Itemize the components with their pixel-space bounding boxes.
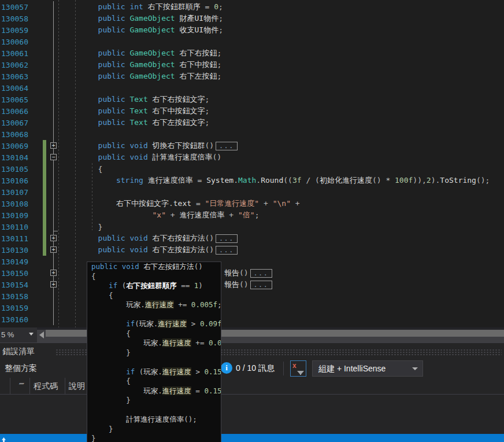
- outlining-margin: [49, 71, 59, 82]
- code-token: GameObject: [129, 14, 175, 23]
- change-tracking-bar: [43, 117, 46, 128]
- code-line-text[interactable]: public GameObject 右下中按鈕;: [59, 60, 221, 70]
- code-line-text[interactable]: public void 右下左按鈕方法()...: [59, 245, 238, 255]
- code-token: (): [205, 245, 214, 254]
- code-token: .: [158, 367, 162, 376]
- code-token: +: [225, 211, 238, 219]
- code-token: 右下中按鈕文字: [62, 199, 169, 208]
- code-token: }: [91, 434, 96, 442]
- line-number: 130060: [0, 38, 35, 46]
- build-intellisense-dropdown[interactable]: 組建 + IntelliSense: [312, 360, 423, 377]
- code-token: ;: [205, 106, 210, 115]
- change-tracking-bar: [43, 1, 46, 13]
- code-line-text[interactable]: public void 切換右下按鈕群()...: [59, 141, 238, 151]
- suppression-column-header[interactable]: ⁗: [10, 378, 30, 394]
- outline-line: [53, 186, 54, 198]
- code-line-text[interactable]: 右下中按鈕文字.text = "日常進行速度" + "\n" +: [59, 198, 300, 209]
- status-icon-fragment: [2, 437, 6, 442]
- fold-expand-toggle[interactable]: +: [50, 270, 57, 276]
- outline-line: [53, 314, 54, 325]
- code-token: 進行速度: [162, 338, 191, 347]
- code-line-text[interactable]: public int 右下按鈕群順序 = 0;: [59, 2, 223, 12]
- code-token: 右下中按鈕: [175, 60, 217, 69]
- editor-zoom-dropdown[interactable]: 5 %: [0, 327, 37, 342]
- error-list-toolbar: 整個方案 i 0 / 10 訊息 x 組建 + IntelliSense: [0, 359, 504, 378]
- collapsed-region-box[interactable]: ...: [250, 281, 272, 289]
- code-line-text[interactable]: public void 計算進行速度倍率(): [59, 152, 221, 163]
- code-editor[interactable]: 130057 public int 右下按鈕群順序 = 0;130058 pub…: [0, 0, 504, 327]
- code-line-text[interactable]: public Text 右下右按鈕文字;: [59, 94, 209, 105]
- collapsed-region-box[interactable]: ...: [216, 142, 238, 150]
- code-line-text[interactable]: public GameObject 右下右按鈕;: [59, 48, 221, 58]
- outlining-margin: +: [49, 267, 59, 279]
- code-line-text[interactable]: {: [59, 165, 102, 174]
- fold-expand-toggle[interactable]: +: [50, 142, 57, 149]
- collapsed-region-box[interactable]: ...: [216, 234, 238, 243]
- code-token: if: [91, 319, 135, 328]
- code-token: )),: [413, 176, 426, 185]
- code-line-text[interactable]: "x" + 進行速度倍率 + "倍";: [59, 210, 259, 220]
- code-token: 右下左按鈕: [175, 72, 217, 80]
- code-token: ==: [177, 281, 194, 290]
- filter-button[interactable]: x: [290, 360, 306, 377]
- change-tracking-bar: [43, 186, 46, 198]
- code-token: 玩家: [139, 319, 154, 328]
- scope-dropdown[interactable]: 整個方案: [5, 363, 37, 374]
- code-line-text[interactable]: public Text 右下中按鈕文字;: [59, 106, 209, 116]
- outlining-margin: [49, 209, 59, 221]
- indent-guide: [58, 0, 59, 327]
- code-token: public: [62, 14, 129, 23]
- line-number: 130108: [0, 200, 35, 208]
- line-number: 130149: [0, 257, 35, 266]
- fold-collapse-toggle[interactable]: −: [50, 154, 57, 160]
- code-token: 2: [427, 176, 431, 185]
- code-token: 0.005f: [191, 300, 217, 309]
- editor-zoom-label: 5 %: [1, 330, 14, 339]
- fold-expand-toggle[interactable]: +: [50, 235, 57, 241]
- collapsed-region-box[interactable]: ...: [250, 269, 272, 278]
- code-token: >: [191, 367, 205, 376]
- code-token: Math: [238, 176, 256, 185]
- code-column-header[interactable]: 程式碼: [30, 378, 65, 394]
- collapsed-region-box[interactable]: ...: [216, 246, 238, 255]
- code-token: public: [62, 49, 129, 57]
- line-number: 130160: [0, 315, 35, 324]
- line-number: 130069: [0, 142, 35, 150]
- peek-code-line: 計算進行速度倍率();: [87, 415, 221, 425]
- code-token: public: [62, 106, 129, 115]
- messages-toggle[interactable]: 0 / 10 訊息: [236, 363, 275, 374]
- change-tracking-bar: [43, 290, 46, 302]
- code-line-text[interactable]: public GameObject 財產UI物件;: [59, 13, 223, 24]
- outlining-margin: [49, 186, 59, 198]
- code-token: GameObject: [129, 25, 175, 34]
- code-token: ): [198, 281, 203, 290]
- outline-end-tick: [54, 231, 58, 231]
- outlining-margin: [49, 24, 59, 36]
- code-line-text[interactable]: public void 右下右按鈕方法()...: [59, 233, 238, 244]
- code-token: if: [91, 281, 122, 290]
- severity-column-header[interactable]: [0, 378, 10, 394]
- fold-expand-toggle[interactable]: +: [50, 246, 57, 253]
- code-line-text[interactable]: public GameObject 收支UI物件;: [59, 25, 223, 35]
- error-list-body[interactable]: [0, 395, 504, 434]
- outlining-margin: [49, 59, 59, 71]
- scroll-left-arrow-icon[interactable]: [39, 332, 44, 338]
- funnel-stem-icon: [300, 371, 301, 375]
- code-token: 進行速度倍率: [180, 211, 225, 219]
- outlining-margin: [49, 94, 59, 105]
- peek-code-line: if (玩家.進行速度 > 0.15f): [87, 367, 221, 377]
- code-line-text[interactable]: string 進行速度倍率 = System.Math.Round((3f / …: [59, 175, 490, 186]
- code-token: Text: [129, 95, 147, 104]
- code-token: 進行速度: [162, 367, 191, 376]
- fold-expand-toggle[interactable]: +: [50, 281, 57, 288]
- code-line-text[interactable]: public GameObject 右下左按鈕;: [59, 71, 221, 82]
- code-token: 進行速度倍率: [148, 176, 193, 185]
- code-token: (): [205, 141, 214, 150]
- change-tracking-bar: [43, 36, 46, 47]
- code-token: ;: [205, 95, 210, 104]
- code-line-text[interactable]: }: [59, 223, 102, 231]
- code-token: .: [234, 176, 238, 185]
- code-token: 右下右按鈕方法: [153, 234, 205, 242]
- outlining-margin: +: [49, 279, 59, 290]
- code-line-text[interactable]: public Text 右下左按鈕文字;: [59, 117, 209, 128]
